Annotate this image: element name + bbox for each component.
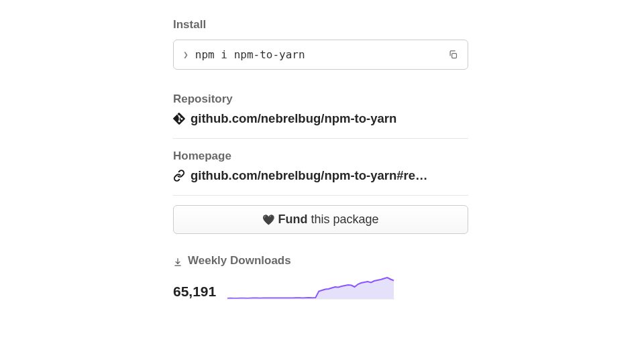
heart-icon: 🖤 bbox=[262, 214, 275, 226]
git-icon bbox=[173, 113, 185, 125]
weekly-downloads-count: 65,191 bbox=[173, 284, 216, 300]
install-command-box[interactable]: ❯ npm i npm-to-yarn bbox=[173, 40, 468, 70]
install-command-text: npm i npm-to-yarn bbox=[195, 48, 305, 61]
copy-install-button[interactable] bbox=[448, 50, 458, 60]
weekly-downloads-title-row: Weekly Downloads bbox=[173, 254, 468, 267]
package-sidebar: Install ❯ npm i npm-to-yarn Repository g… bbox=[173, 18, 468, 300]
homepage-title: Homepage bbox=[173, 149, 468, 163]
weekly-downloads-sparkline bbox=[227, 272, 468, 300]
homepage-link-row: github.com/nebrelbug/npm-to-yarn#re… bbox=[173, 168, 468, 183]
install-title: Install bbox=[173, 18, 468, 32]
link-icon bbox=[173, 170, 185, 182]
repository-title: Repository bbox=[173, 93, 468, 106]
fund-label-strong: Fund bbox=[278, 213, 307, 226]
homepage-link[interactable]: github.com/nebrelbug/npm-to-yarn#re… bbox=[191, 168, 428, 183]
svg-rect-0 bbox=[452, 54, 457, 58]
prompt-chevron-icon: ❯ bbox=[183, 50, 189, 60]
copy-icon bbox=[448, 50, 458, 60]
divider bbox=[173, 138, 468, 139]
fund-package-button[interactable]: 🖤 Fund this package bbox=[173, 205, 468, 234]
weekly-downloads-title: Weekly Downloads bbox=[188, 254, 291, 267]
fund-label-rest: this package bbox=[307, 213, 378, 226]
divider bbox=[173, 195, 468, 196]
download-icon bbox=[173, 257, 182, 267]
repository-link[interactable]: github.com/nebrelbug/npm-to-yarn bbox=[191, 111, 396, 126]
repository-link-row: github.com/nebrelbug/npm-to-yarn bbox=[173, 111, 468, 126]
